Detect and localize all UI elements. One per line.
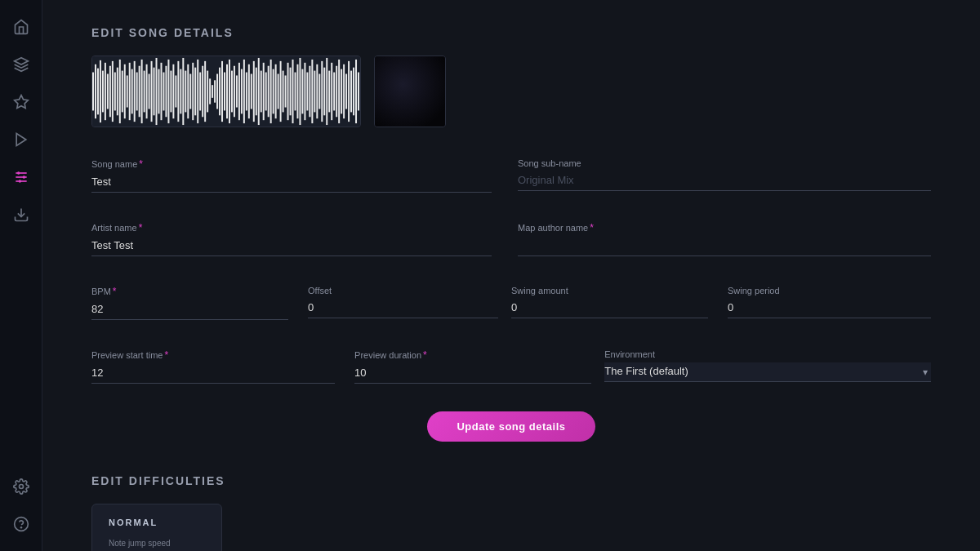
edit-song-title: EDIT SONG DETAILS — [91, 26, 931, 39]
svg-rect-111 — [328, 71, 330, 113]
svg-rect-69 — [226, 64, 228, 118]
mixer-icon[interactable] — [6, 162, 37, 193]
bpm-required: * — [113, 286, 117, 297]
svg-marker-2 — [16, 134, 26, 146]
svg-rect-25 — [119, 60, 121, 123]
preview-duration-label: Preview duration * — [354, 349, 591, 361]
bpm-label: BPM * — [91, 286, 288, 297]
sidebar — [0, 0, 42, 551]
svg-rect-99 — [299, 58, 301, 125]
bpm-input[interactable] — [91, 300, 288, 320]
svg-point-8 — [18, 180, 20, 182]
svg-rect-109 — [323, 68, 325, 116]
svg-rect-32 — [136, 73, 138, 111]
svg-rect-37 — [149, 74, 150, 109]
svg-rect-42 — [160, 63, 162, 120]
svg-rect-36 — [146, 64, 148, 118]
svg-rect-86 — [268, 66, 270, 118]
star-icon[interactable] — [6, 87, 37, 118]
environment-select-wrapper: The First (default) Origins Triangle Nic… — [604, 362, 931, 382]
settings-icon[interactable] — [6, 471, 37, 502]
svg-rect-17 — [100, 60, 101, 122]
artist-name-input[interactable] — [91, 237, 492, 256]
download-icon[interactable] — [6, 199, 37, 230]
svg-rect-38 — [151, 61, 153, 122]
svg-rect-45 — [167, 60, 169, 123]
play-icon[interactable] — [6, 124, 37, 155]
svg-rect-58 — [199, 73, 201, 111]
cover-image[interactable] — [374, 56, 446, 127]
svg-rect-115 — [338, 60, 340, 123]
preview-start-field: Preview start time * — [91, 341, 348, 392]
svg-rect-35 — [144, 71, 145, 113]
svg-rect-65 — [216, 74, 218, 109]
svg-rect-104 — [311, 60, 313, 123]
svg-rect-54 — [189, 74, 191, 109]
update-song-details-button[interactable]: Update song details — [427, 411, 595, 442]
svg-rect-90 — [278, 74, 279, 109]
svg-rect-93 — [285, 75, 287, 107]
svg-rect-68 — [224, 73, 225, 111]
song-name-label: Song name * — [91, 158, 492, 170]
svg-rect-98 — [296, 64, 298, 118]
svg-rect-88 — [273, 69, 274, 114]
svg-rect-18 — [102, 71, 104, 113]
preview-start-label: Preview start time * — [91, 349, 335, 361]
svg-rect-64 — [214, 80, 216, 102]
svg-point-10 — [19, 485, 23, 489]
svg-rect-116 — [341, 69, 342, 114]
offset-field: Offset — [301, 278, 511, 328]
svg-rect-79 — [251, 74, 252, 109]
help-icon[interactable] — [6, 509, 37, 540]
artist-name-field: Artist name * — [91, 214, 511, 264]
svg-rect-71 — [231, 71, 233, 113]
svg-marker-0 — [14, 58, 28, 64]
svg-rect-30 — [131, 69, 133, 114]
svg-rect-40 — [156, 58, 158, 125]
swing-period-input[interactable] — [728, 299, 931, 318]
timing-fields-row: BPM * Offset Swing amount Swing period — [91, 278, 931, 328]
svg-point-6 — [17, 171, 20, 174]
preview-duration-field: Preview duration * — [348, 341, 604, 392]
swing-amount-input[interactable] — [511, 299, 708, 318]
swing-period-label: Swing period — [728, 286, 931, 295]
svg-rect-74 — [238, 63, 240, 120]
song-name-input[interactable] — [91, 173, 492, 193]
svg-marker-1 — [14, 96, 28, 109]
svg-rect-20 — [107, 74, 109, 109]
svg-rect-62 — [209, 78, 211, 104]
map-author-input[interactable] — [518, 237, 931, 256]
svg-rect-19 — [105, 63, 106, 120]
svg-rect-22 — [112, 61, 114, 122]
svg-rect-48 — [175, 75, 176, 107]
svg-rect-97 — [294, 73, 296, 111]
svg-rect-15 — [95, 64, 96, 118]
svg-rect-63 — [212, 85, 213, 98]
svg-rect-87 — [270, 60, 272, 123]
environment-select[interactable]: The First (default) Origins Triangle Nic… — [604, 362, 931, 382]
environment-label: Environment — [604, 349, 931, 359]
media-row — [91, 56, 931, 127]
home-icon[interactable] — [6, 11, 37, 42]
preview-duration-input[interactable] — [354, 364, 591, 384]
svg-rect-44 — [165, 66, 167, 118]
svg-rect-91 — [280, 61, 282, 122]
svg-rect-78 — [248, 64, 250, 118]
layers-icon[interactable] — [6, 49, 37, 80]
svg-rect-33 — [139, 66, 140, 118]
svg-rect-60 — [204, 61, 206, 122]
svg-rect-96 — [292, 60, 294, 123]
preview-start-required: * — [164, 349, 168, 361]
svg-rect-66 — [219, 68, 220, 116]
preview-start-input[interactable] — [91, 364, 335, 384]
svg-rect-26 — [122, 71, 123, 113]
offset-input[interactable] — [308, 299, 498, 318]
svg-rect-80 — [253, 61, 255, 122]
svg-rect-57 — [197, 60, 198, 123]
svg-rect-41 — [158, 69, 160, 114]
song-subname-input[interactable] — [518, 171, 931, 191]
waveform-container[interactable] — [91, 56, 361, 127]
svg-rect-92 — [283, 71, 284, 113]
svg-rect-14 — [92, 73, 94, 111]
song-subname-label: Song sub-name — [518, 158, 931, 168]
